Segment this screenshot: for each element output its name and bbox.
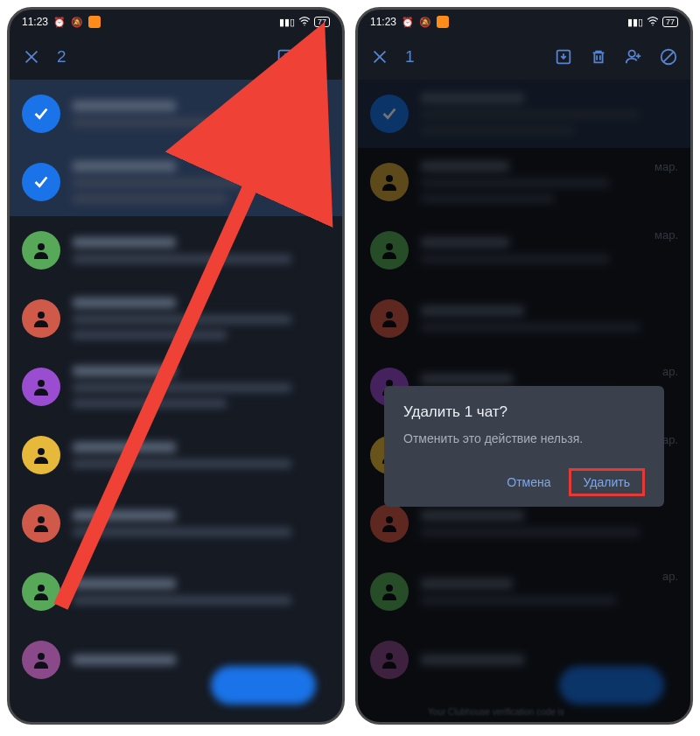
chat-row-selected[interactable] [10,148,342,216]
battery-indicator: 77 [662,17,678,27]
svg-point-8 [38,653,45,660]
svg-point-7 [38,585,45,592]
confirm-delete-button[interactable]: Удалить [578,472,635,493]
status-bar: 11:23 ⏰ 🔕 ▮▮▯ 77 [10,10,342,34]
chat-preview-blurred [73,161,330,203]
svg-point-5 [38,448,45,455]
avatar [22,641,60,679]
signal-icon: ▮▮▯ [279,17,295,28]
chat-preview-blurred [73,298,330,340]
status-right: ▮▮▯ 77 [627,15,678,29]
cancel-button[interactable]: Отмена [496,468,561,496]
signal-icon: ▮▮▯ [627,17,643,28]
block-icon[interactable] [659,47,678,67]
chat-preview-blurred [73,442,330,468]
phone-left: 11:23 ⏰ 🔕 ▮▮▯ 77 2 [7,7,345,725]
chat-row-selected[interactable] [10,80,342,148]
svg-point-10 [652,25,653,25]
close-icon[interactable] [22,47,41,67]
chat-preview-blurred [73,237,330,263]
selection-count: 1 [405,47,415,67]
avatar [22,572,60,611]
chat-preview-blurred [73,101,330,127]
chat-list[interactable]: мар. мар. ар. ар. ар. [358,80,690,722]
chat-preview-blurred [73,366,330,408]
app-indicator-icon [437,16,449,28]
chat-row[interactable] [10,557,342,626]
alarm-off-icon: ⏰ [402,17,414,28]
svg-point-3 [38,312,45,319]
alarm-off-icon: ⏰ [53,17,66,28]
annotation-highlight: Удалить [569,468,645,496]
svg-point-12 [629,51,635,57]
wifi-icon [647,15,659,29]
chat-preview-blurred [73,655,330,665]
avatar [22,368,60,406]
clock: 11:23 [370,16,396,28]
dnd-icon: 🔕 [71,17,83,28]
add-person-icon[interactable] [624,47,643,67]
svg-point-0 [304,25,304,25]
check-icon [22,95,60,133]
trash-icon[interactable] [311,47,330,67]
phone-right: 11:23 ⏰ 🔕 ▮▮▯ 77 1 [355,7,693,725]
chat-row[interactable] [10,216,342,284]
selection-action-bar: 2 [10,34,342,80]
avatar [22,231,60,270]
wifi-icon [298,15,311,29]
close-icon[interactable] [370,47,389,67]
status-left: 11:23 ⏰ 🔕 [22,16,101,28]
dialog-message: Отменить это действие нельзя. [403,431,645,445]
status-bar: 11:23 ⏰ 🔕 ▮▮▯ 77 [358,10,690,34]
selection-count: 2 [57,47,66,67]
delete-dialog: Удалить 1 чат? Отменить это действие нел… [384,386,664,507]
battery-indicator: 77 [314,17,330,27]
status-right: ▮▮▯ 77 [279,15,330,29]
dialog-buttons: Отмена Удалить [403,468,645,496]
selection-action-bar: 1 [358,34,690,80]
clock: 11:23 [22,16,48,28]
compose-fab[interactable] [211,666,316,704]
chat-preview-blurred [73,578,330,605]
dialog-title: Удалить 1 чат? [403,403,645,421]
status-left: 11:23 ⏰ 🔕 [370,16,449,28]
chat-list[interactable] [10,80,342,722]
archive-icon[interactable] [276,47,295,67]
app-indicator-icon [88,16,101,28]
chat-row[interactable] [10,284,342,353]
check-icon [22,163,60,201]
avatar [22,299,60,338]
dnd-icon: 🔕 [419,17,431,28]
avatar [22,436,60,474]
chat-preview-blurred [73,510,330,536]
svg-point-6 [38,516,45,523]
svg-point-2 [38,243,45,250]
svg-point-4 [38,380,45,387]
trash-icon[interactable] [589,47,608,67]
chat-row[interactable] [10,353,342,421]
chat-row[interactable] [10,489,342,557]
archive-icon[interactable] [554,47,573,67]
avatar [22,504,60,543]
chat-row[interactable] [10,421,342,489]
